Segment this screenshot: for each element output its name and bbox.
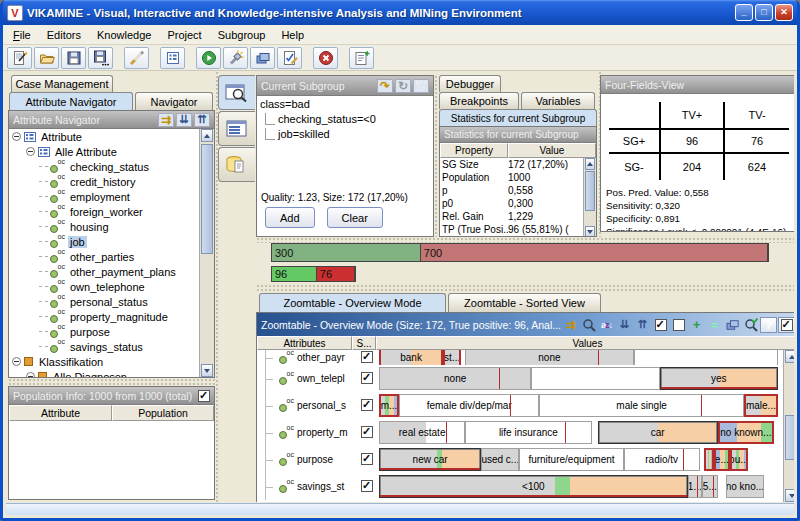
tree-item-klassifikation[interactable]: Klassifikation: [9, 354, 199, 369]
tree-item-other-payment-plans[interactable]: ocother_payment_plans: [9, 264, 199, 279]
value-segment-car[interactable]: car: [598, 421, 718, 444]
check-on-icon[interactable]: [652, 317, 669, 333]
zoomtable-attribute-label[interactable]: own_telepl: [297, 373, 361, 384]
tree-item-checking-status[interactable]: occhecking_status: [9, 159, 199, 174]
column-property[interactable]: Property: [440, 143, 508, 158]
menu-help[interactable]: Help: [273, 27, 312, 43]
save-button[interactable]: [61, 47, 86, 69]
statistics-row[interactable]: p0,558: [440, 184, 583, 197]
value-segment-life-insurance[interactable]: life insurance: [465, 421, 591, 444]
row-checkbox[interactable]: [361, 351, 373, 363]
collapse-tree-icon[interactable]: ⇊: [616, 317, 633, 333]
tree-item-savings-status[interactable]: ocsavings_status: [9, 339, 199, 354]
run-highlight-button[interactable]: [223, 47, 248, 69]
tree-item-personal-status[interactable]: ocpersonal_status: [9, 294, 199, 309]
value-segment--100[interactable]: <100: [379, 475, 688, 498]
column-value[interactable]: Value: [508, 143, 596, 158]
column-attribute[interactable]: Attribute: [9, 405, 112, 421]
tab-breakpoints[interactable]: Breakpoints: [439, 92, 519, 109]
tree-item-attribute[interactable]: Attribute: [9, 129, 199, 144]
send-arrow-icon[interactable]: ⇉: [158, 113, 174, 127]
row-checkbox[interactable]: [361, 453, 373, 465]
tab-debugger[interactable]: Debugger: [439, 75, 501, 92]
tree-handle-icon[interactable]: [12, 357, 21, 366]
tree-item-own-telephone[interactable]: ocown_telephone: [9, 279, 199, 294]
send-arrow-icon[interactable]: ⇉: [562, 317, 579, 333]
value-segment-new-car[interactable]: new car: [379, 448, 481, 471]
view-tab-notes-view[interactable]: [218, 147, 255, 182]
collapse-tree-icon[interactable]: ⇊: [176, 113, 192, 127]
value-segment-bank[interactable]: bank: [379, 350, 443, 365]
minimize-button[interactable]: _: [735, 4, 753, 21]
tree-item-job[interactable]: ocjob: [9, 234, 199, 249]
tab-attribute-navigator[interactable]: Attribute Navigator: [9, 92, 133, 110]
column-values[interactable]: Values: [376, 336, 794, 350]
help-icon[interactable]: ?: [760, 317, 777, 333]
value-segment[interactable]: [718, 475, 726, 498]
redo-gold-icon[interactable]: ↷: [377, 79, 393, 93]
tree-item-foreign-worker[interactable]: ocforeign_worker: [9, 204, 199, 219]
remove-icon[interactable]: =: [706, 317, 723, 333]
tab-zoomtable-overview[interactable]: Zoomtable - Overview Mode: [259, 293, 446, 312]
tree-item-alle-attribute[interactable]: Alle Attribute: [9, 144, 199, 159]
statistics-row[interactable]: Population1000: [440, 171, 583, 184]
expand-tree-icon[interactable]: ⇈: [194, 113, 210, 127]
tree-item-other-parties[interactable]: ocother_parties: [9, 249, 199, 264]
options-button[interactable]: [160, 47, 185, 69]
row-checkbox[interactable]: [361, 480, 373, 492]
scroll-up-button[interactable]: [201, 129, 213, 142]
tree-handle-icon[interactable]: [26, 372, 35, 377]
check-edit-button[interactable]: [277, 47, 302, 69]
scroll-up-button[interactable]: [585, 158, 595, 170]
value-segment[interactable]: [531, 367, 659, 390]
verify-icon[interactable]: [742, 317, 759, 333]
zoomtable-attribute-label[interactable]: savings_st: [297, 481, 361, 492]
value-segment[interactable]: [634, 350, 778, 365]
value-segment-male-single[interactable]: male single: [539, 394, 744, 417]
maximize-button[interactable]: □: [755, 4, 773, 21]
view-tab-table-view[interactable]: [218, 111, 255, 146]
scroll-thumb[interactable]: [785, 415, 794, 460]
menu-subgroup[interactable]: Subgroup: [210, 27, 274, 43]
column-selected[interactable]: S...: [352, 336, 376, 350]
value-segment-5-[interactable]: 5...: [702, 475, 718, 498]
subgroup-condition[interactable]: checking_status=<0: [257, 110, 433, 125]
zoomtable-attribute-label[interactable]: other_payr: [297, 352, 361, 363]
statistics-row[interactable]: SG Size172 (17,20%): [440, 158, 583, 171]
row-checkbox[interactable]: [361, 372, 373, 384]
new-list-button[interactable]: [349, 47, 374, 69]
value-segment[interactable]: [704, 448, 714, 471]
menu-project[interactable]: Project: [159, 27, 209, 43]
tree-item-purpose[interactable]: ocpurpose: [9, 324, 199, 339]
value-segment-1-[interactable]: 1...: [688, 475, 702, 498]
value-segment-real-estate[interactable]: real estate: [379, 421, 465, 444]
view-tab-zoomtable-view[interactable]: [218, 75, 255, 110]
menu-knowledge[interactable]: Knowledge: [89, 27, 159, 43]
formula-icon[interactable]: X+Y=?: [413, 79, 429, 93]
value-segment-male-[interactable]: male...: [744, 394, 778, 417]
row-checkbox[interactable]: [361, 399, 373, 411]
scroll-thumb[interactable]: [585, 171, 595, 211]
zoomtable-attribute-label[interactable]: purpose: [297, 454, 361, 465]
value-segment-yes[interactable]: yes: [660, 367, 778, 390]
statistics-row[interactable]: TP (True Posi...96 (55,81%) (: [440, 223, 583, 236]
tree-item-housing[interactable]: ochousing: [9, 219, 199, 234]
check-off-icon[interactable]: [670, 317, 687, 333]
tree-handle-icon[interactable]: [26, 147, 35, 156]
tab-navigator[interactable]: Navigator: [135, 92, 213, 110]
value-segment-no-known-[interactable]: no known...: [718, 421, 774, 444]
scroll-down-button[interactable]: [785, 489, 794, 502]
value-segment-radio-tv[interactable]: radio/tv: [624, 448, 700, 471]
tree-handle-icon[interactable]: [12, 132, 21, 141]
open-button[interactable]: [34, 47, 59, 69]
new-file-button[interactable]: [7, 47, 32, 69]
column-attributes[interactable]: Attributes: [257, 336, 352, 350]
tree-scrollbar[interactable]: [199, 129, 214, 377]
value-segment-furniture-equipment[interactable]: furniture/equipment: [519, 448, 623, 471]
value-segment-no-kno-[interactable]: no kno...: [726, 475, 764, 498]
layers-icon[interactable]: [724, 317, 741, 333]
magnifier-icon[interactable]: [580, 317, 597, 333]
tree-item-alle-diagnosen[interactable]: Alle Diagnosen: [9, 369, 199, 377]
add-button[interactable]: Add: [265, 207, 315, 228]
zoomtable-attribute-label[interactable]: personal_s: [297, 400, 361, 411]
